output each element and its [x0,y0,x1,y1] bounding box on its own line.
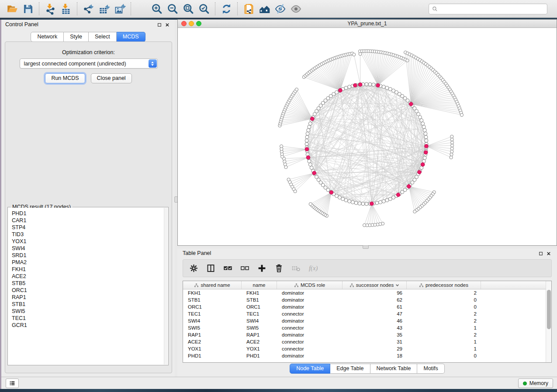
table-cell[interactable]: dominator [277,317,343,324]
tab-node-table[interactable]: Node Table [290,364,330,374]
table-cell[interactable]: SWI5 [242,324,277,331]
table-cell[interactable]: 2 [407,331,481,338]
table-cell[interactable]: 62 [343,296,407,303]
table-cell[interactable]: connector [277,324,343,331]
table-cell[interactable]: 0 [407,296,481,303]
table-cell[interactable]: connector [277,338,343,345]
refresh-layout-icon[interactable] [218,1,234,16]
table-cell[interactable]: 2 [407,289,481,296]
mcds-result-list[interactable]: PHD1CAR1STP4TID3YOX1SWI4SRD1PMA2FKH1ACE2… [8,208,168,364]
float-panel-icon[interactable] [539,251,543,257]
zoom-in-icon[interactable] [149,1,165,16]
tab-network-table[interactable]: Network Table [370,364,418,374]
mcds-result-item[interactable]: STB1 [12,301,168,308]
table-cell[interactable]: TEC1 [242,310,277,317]
mcds-result-item[interactable]: STB5 [12,280,168,287]
table-cell[interactable]: RAP1 [183,331,242,338]
mcds-result-item[interactable]: SRD1 [12,252,168,259]
quick-search-field[interactable] [429,3,547,14]
table-cell[interactable]: PHD1 [242,352,277,359]
open-session-icon[interactable] [4,1,20,16]
table-cell[interactable]: YOX1 [242,345,277,352]
table-cell[interactable]: ORC1 [183,303,242,310]
mcds-result-item[interactable]: TID3 [12,231,168,238]
table-cell[interactable]: 1 [407,324,481,331]
criterion-select[interactable]: largest connected component (undirected) [20,58,158,69]
table-scrollbar[interactable] [546,281,551,362]
zoom-fit-icon[interactable] [180,1,196,16]
table-cell[interactable]: 29 [343,345,407,352]
table-cell[interactable]: 31 [343,338,407,345]
table-cell[interactable]: 46 [343,317,407,324]
table-row[interactable]: STB1STB1dominator620 [183,296,551,303]
table-row[interactable]: ORC1ORC1dominator610 [183,303,551,310]
export-image-icon[interactable] [112,1,128,16]
tab-style[interactable]: Style [64,32,89,42]
save-session-icon[interactable] [20,1,36,16]
table-cell[interactable]: ORC1 [242,303,277,310]
home-view-icon[interactable] [256,1,272,16]
column-header-MCDS-role[interactable]: MCDS role [277,281,343,289]
import-network-icon[interactable] [42,1,58,16]
mcds-result-item[interactable]: RAP1 [12,294,168,301]
horizontal-splitter[interactable] [177,246,557,249]
mcds-result-item[interactable]: PMA2 [12,259,168,266]
delete-column-icon[interactable] [273,263,284,274]
deselect-all-checkboxes-icon[interactable] [239,263,250,274]
hide-eye-icon[interactable] [272,1,288,16]
mcds-result-item[interactable]: YOX1 [12,238,168,245]
table-cell[interactable]: 35 [343,331,407,338]
split-columns-icon[interactable] [205,263,216,274]
table-cell[interactable]: TEC1 [183,310,242,317]
network-window-titlebar[interactable]: YPA_prune.txt_1 [178,20,557,28]
table-row[interactable]: ACE2ACE2connector311 [183,338,551,345]
table-cell[interactable]: ACE2 [183,338,242,345]
tab-edge-table[interactable]: Edge Table [330,364,370,374]
close-panel-icon[interactable] [547,251,551,257]
table-cell[interactable]: RAP1 [242,331,277,338]
table-cell[interactable]: FKH1 [183,289,242,296]
table-cell[interactable]: FKH1 [242,289,277,296]
table-cell[interactable]: dominator [277,331,343,338]
table-cell[interactable]: YOX1 [183,345,242,352]
table-row[interactable]: RAP1RAP1dominator352 [183,331,551,338]
column-header-successor-nodes[interactable]: successor nodes [343,281,407,289]
table-cell[interactable]: PHD1 [183,352,242,359]
column-header-shared-name[interactable]: shared name [183,281,242,289]
table-row[interactable]: PHD1PHD1dominator180 [183,352,551,359]
table-cell[interactable]: 43 [343,324,407,331]
mcds-list-scrollbar[interactable] [164,208,168,364]
table-cell[interactable]: connector [277,310,343,317]
mcds-result-item[interactable]: ACE2 [12,273,168,280]
network-canvas[interactable] [178,28,557,245]
close-window-icon[interactable] [181,21,187,26]
search-input[interactable] [440,6,544,12]
minimize-window-icon[interactable] [189,21,194,26]
table-cell[interactable]: 96 [343,289,407,296]
share-document-icon[interactable] [241,1,256,16]
import-table-icon[interactable] [58,1,74,16]
mcds-result-item[interactable]: PHD1 [12,210,168,217]
table-row[interactable]: YOX1YOX1connector291 [183,345,551,352]
table-cell[interactable]: dominator [277,296,343,303]
tab-select[interactable]: Select [89,32,117,42]
table-cell[interactable]: 61 [343,303,407,310]
tab-motifs[interactable]: Motifs [417,364,444,374]
zoom-selected-icon[interactable] [196,1,212,16]
table-row[interactable]: FKH1FKH1dominator962 [183,289,551,296]
table-cell[interactable]: STB1 [242,296,277,303]
column-header-predecessor-nodes[interactable]: predecessor nodes [407,281,481,289]
scrollbar-thumb[interactable] [547,290,551,329]
table-cell[interactable]: dominator [277,289,343,296]
maximize-window-icon[interactable] [196,21,201,26]
table-cell[interactable]: SWI4 [242,317,277,324]
mcds-result-item[interactable]: FKH1 [12,266,168,273]
settings-gear-icon[interactable] [188,263,199,274]
table-cell[interactable]: connector [277,345,343,352]
table-cell[interactable]: 2 [407,310,481,317]
run-mcds-button[interactable]: Run MCDS [45,73,85,83]
table-cell[interactable]: 1 [407,345,481,352]
table-cell[interactable]: dominator [277,352,343,359]
export-network-icon[interactable] [80,1,96,16]
select-all-checkboxes-icon[interactable] [222,263,233,274]
